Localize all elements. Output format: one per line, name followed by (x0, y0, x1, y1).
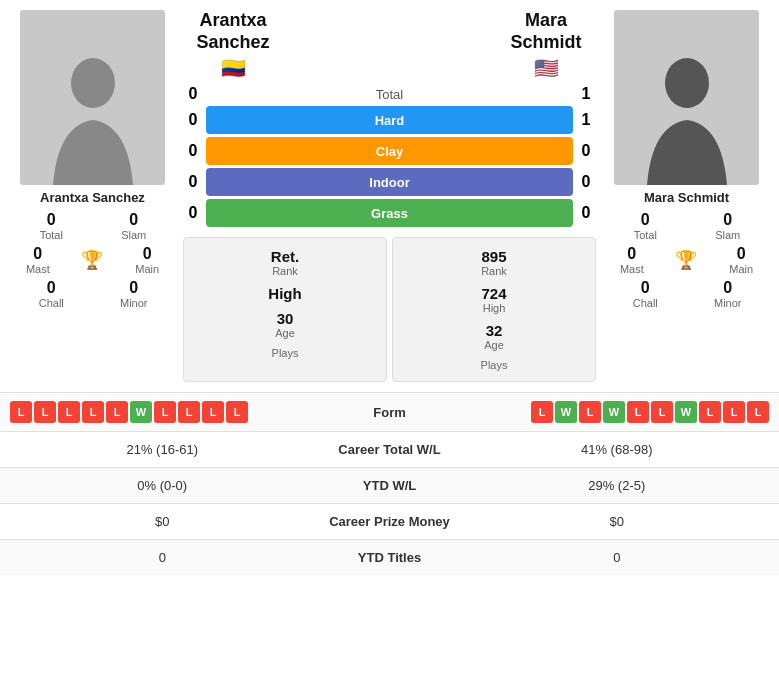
right-form-pill-2: L (579, 401, 601, 423)
grass-score-row: 0 Grass 0 (183, 199, 596, 227)
center-column: Arantxa Sanchez 🇨🇴 Mara Schmidt 🇺🇸 0 Tot… (183, 10, 596, 382)
left-rank-label: Rank (272, 265, 298, 277)
right-form-pill-1: W (555, 401, 577, 423)
right-plays-item: Plays (398, 359, 590, 371)
clay-score-left: 0 (183, 142, 203, 160)
right-player-stats: 0 Total 0 Slam 0 Mast 🏆 0 Main (604, 211, 769, 309)
right-total-value: 0 (641, 211, 650, 229)
total-score-row: 0 Total 1 (183, 85, 596, 103)
left-age-value: 30 (277, 310, 294, 327)
left-form-pill-8: L (202, 401, 224, 423)
right-plays-label: Plays (481, 359, 508, 371)
stats-label-1: YTD W/L (310, 478, 470, 493)
score-table: 0 Total 1 0 Hard 1 0 Clay 0 0 (183, 85, 596, 227)
right-slam-label: Slam (715, 229, 740, 241)
left-chall-value: 0 (47, 279, 56, 297)
right-form-pill-4: L (627, 401, 649, 423)
right-form-pill-3: W (603, 401, 625, 423)
right-slam-value: 0 (723, 211, 732, 229)
stats-right-3: 0 (470, 550, 765, 565)
left-player-column: Arantxa Sanchez 0 Total 0 Slam 0 Mast 🏆 (10, 10, 175, 309)
right-trophy-row: 0 Mast 🏆 0 Main (604, 245, 769, 275)
left-total-value: 0 (47, 211, 56, 229)
left-form-pill-4: L (106, 401, 128, 423)
hard-score-row: 0 Hard 1 (183, 106, 596, 134)
right-minor-label: Minor (714, 297, 742, 309)
left-form-pill-2: L (58, 401, 80, 423)
stats-left-1: 0% (0-0) (15, 478, 310, 493)
left-main-label: Main (135, 263, 159, 275)
right-age-item: 32 Age (398, 322, 590, 351)
right-chall-stat: 0 Chall (604, 279, 687, 309)
stats-right-1: 29% (2-5) (470, 478, 765, 493)
right-form-pills: LWLWLLWLLL (435, 401, 770, 423)
right-silhouette-icon (637, 55, 737, 185)
right-minor-value: 0 (723, 279, 732, 297)
clay-score-row: 0 Clay 0 (183, 137, 596, 165)
stats-row-3: 0YTD Titles0 (0, 539, 779, 575)
indoor-score-left: 0 (183, 173, 203, 191)
right-center-name-line1: Mara (525, 10, 567, 32)
right-total-label: Total (634, 229, 657, 241)
left-total-label: Total (40, 229, 63, 241)
left-form-pill-6: L (154, 401, 176, 423)
svg-point-1 (665, 58, 709, 108)
stats-label-0: Career Total W/L (310, 442, 470, 457)
right-slam-stat: 0 Slam (687, 211, 770, 241)
stats-left-3: 0 (15, 550, 310, 565)
clay-score-right: 0 (576, 142, 596, 160)
right-mast-value: 0 (627, 245, 636, 263)
right-trophy-icon: 🏆 (675, 249, 697, 271)
left-plays-item: Plays (189, 347, 381, 359)
clay-badge: Clay (206, 137, 573, 165)
right-form-pill-0: L (531, 401, 553, 423)
stats-left-0: 21% (16-61) (15, 442, 310, 457)
right-mast-label: Mast (620, 263, 644, 275)
total-score-right: 1 (576, 85, 596, 103)
center-names-row: Arantxa Sanchez 🇨🇴 Mara Schmidt 🇺🇸 (183, 10, 596, 80)
hard-score-right: 1 (576, 111, 596, 129)
left-form-pill-1: L (34, 401, 56, 423)
right-mid-panel: 895 Rank 724 High 32 Age Plays (392, 237, 596, 382)
form-section: LLLLLWLLLL Form LWLWLLWLLL (0, 392, 779, 431)
left-chall-label: Chall (39, 297, 64, 309)
right-high-value: 724 (481, 285, 506, 302)
indoor-score-right: 0 (576, 173, 596, 191)
right-age-value: 32 (486, 322, 503, 339)
indoor-badge: Indoor (206, 168, 573, 196)
right-name-block: Mara Schmidt 🇺🇸 (496, 10, 596, 80)
right-chall-value: 0 (641, 279, 650, 297)
left-form-pills: LLLLLWLLLL (10, 401, 345, 423)
left-main-value: 0 (143, 245, 152, 263)
left-slam-value: 0 (129, 211, 138, 229)
left-age-label: Age (275, 327, 295, 339)
right-high-label: High (483, 302, 506, 314)
right-form-pill-6: W (675, 401, 697, 423)
left-trophy-icon: 🏆 (81, 249, 103, 271)
right-center-name-line2: Schmidt (510, 32, 581, 54)
right-player-avatar (614, 10, 759, 185)
left-form-pill-7: L (178, 401, 200, 423)
right-age-label: Age (484, 339, 504, 351)
right-flag: 🇺🇸 (534, 56, 559, 80)
right-minor-stat: 0 Minor (687, 279, 770, 309)
left-minor-stat: 0 Minor (93, 279, 176, 309)
right-total-stat: 0 Total (604, 211, 687, 241)
hard-score-left: 0 (183, 111, 203, 129)
left-plays-label: Plays (272, 347, 299, 359)
right-form-pill-8: L (723, 401, 745, 423)
grass-score-left: 0 (183, 204, 203, 222)
right-chall-label: Chall (633, 297, 658, 309)
left-trophy-row: 0 Mast 🏆 0 Main (10, 245, 175, 275)
left-slam-stat: 0 Slam (93, 211, 176, 241)
left-silhouette-icon (43, 55, 143, 185)
left-high-item: High (189, 285, 381, 302)
right-high-item: 724 High (398, 285, 590, 314)
left-main-stat: 0 Main (135, 245, 159, 275)
top-area: Arantxa Sanchez 0 Total 0 Slam 0 Mast 🏆 (0, 0, 779, 392)
right-form-pill-9: L (747, 401, 769, 423)
left-minor-value: 0 (129, 279, 138, 297)
left-mid-panel: Ret. Rank High 30 Age Plays (183, 237, 387, 382)
right-player-name: Mara Schmidt (644, 190, 729, 205)
right-form-pill-7: L (699, 401, 721, 423)
